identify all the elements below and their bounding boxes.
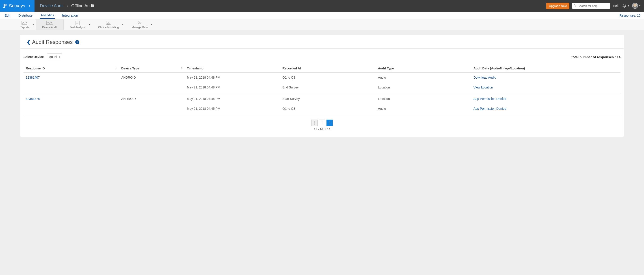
breadcrumb-last: Offline Audit bbox=[71, 3, 94, 8]
col-recorded-at: Recorded At bbox=[280, 64, 376, 72]
timestamp-cell: May 21, 2018 04:48 PM bbox=[185, 82, 280, 92]
bar-chart-icon bbox=[106, 21, 111, 25]
nav-analytics[interactable]: Analytics bbox=[40, 12, 55, 19]
chevron-right-icon: › bbox=[67, 3, 68, 8]
help-search-input[interactable] bbox=[572, 3, 610, 9]
recorded-at-cell: Q2 to Q3 bbox=[280, 72, 376, 83]
chevron-down-icon: ▼ bbox=[88, 24, 90, 26]
timestamp-cell: May 21, 2018 04:45 PM bbox=[185, 104, 280, 114]
table-row: May 21, 2018 04:48 PM End Survey Locatio… bbox=[24, 82, 620, 92]
device-type-cell: ANDROID bbox=[119, 72, 185, 83]
tab-reports[interactable]: Reports ▼ bbox=[14, 19, 36, 30]
select-device-label: Select Device bbox=[24, 55, 44, 59]
pagination: ❮ 1 2 11 - 14 of 14 bbox=[20, 115, 624, 137]
tab-text-analysis[interactable]: Text Analysis ▼ bbox=[64, 19, 92, 30]
nav-edit[interactable]: Edit bbox=[4, 12, 11, 18]
chevron-down-icon: ▼ bbox=[628, 5, 630, 7]
audit-data-link[interactable]: View Location bbox=[474, 85, 493, 89]
col-audit-data: Audit Data (Audio/Image/Location) bbox=[471, 64, 620, 72]
chevron-down-icon: ▼ bbox=[639, 5, 641, 7]
col-audit-type: Audit Type bbox=[376, 64, 471, 72]
tab-label: Reports bbox=[20, 26, 29, 29]
pagination-page[interactable]: 1 bbox=[319, 120, 325, 126]
tab-label: Choice Modelling bbox=[98, 26, 119, 29]
panel-header: ❮ Audit Responses ? bbox=[20, 35, 624, 49]
secondary-nav: Edit Distribute Analytics Integration Re… bbox=[0, 12, 644, 19]
svg-point-9 bbox=[138, 21, 141, 22]
pagination-range: 11 - 14 of 14 bbox=[314, 128, 330, 131]
sort-arrows-icon: ▲▼ bbox=[59, 55, 61, 58]
recorded-at-cell: Start Survey bbox=[280, 94, 376, 104]
page-title: Audit Responses bbox=[32, 39, 72, 45]
brand-logo-icon: P bbox=[3, 3, 7, 9]
table-row: May 21, 2018 04:45 PM Q1 to Q3 Audio App… bbox=[24, 104, 620, 114]
filter-row: Select Device quuqi ▲▼ Total number of r… bbox=[20, 49, 624, 63]
tab-label: Manage Data bbox=[132, 26, 148, 29]
main-panel: ❮ Audit Responses ? Select Device quuqi … bbox=[20, 35, 624, 137]
audit-type-cell: Location bbox=[376, 82, 471, 92]
svg-rect-7 bbox=[108, 22, 109, 25]
app-header: P Surveys ▼ Device Audit › Offline Audit… bbox=[0, 0, 644, 12]
back-button[interactable]: ❮ bbox=[27, 39, 31, 45]
timestamp-cell: May 21, 2018 04:45 PM bbox=[185, 94, 280, 104]
chevron-down-icon: ▼ bbox=[151, 24, 152, 26]
audit-type-cell: Location bbox=[376, 94, 471, 104]
svg-rect-8 bbox=[109, 23, 110, 25]
tab-choice-modelling[interactable]: Choice Modelling ▼ bbox=[92, 19, 125, 30]
table-row: 32381378 ANDROID May 21, 2018 04:45 PM S… bbox=[24, 94, 620, 104]
nav-distribute[interactable]: Distribute bbox=[18, 12, 34, 18]
audit-table: Response ID ▲▼ Device Type ▲▼ Timestamp … bbox=[24, 64, 620, 114]
chevron-down-icon: ▼ bbox=[122, 24, 124, 26]
chevron-down-icon: ▼ bbox=[32, 24, 34, 26]
tab-manage-data[interactable]: Manage Data ▼ bbox=[125, 19, 154, 30]
chart-line-icon bbox=[22, 21, 27, 25]
col-timestamp: Timestamp bbox=[185, 64, 280, 72]
col-response-id[interactable]: Response ID ▲▼ bbox=[24, 64, 119, 72]
user-menu[interactable]: ▼ bbox=[632, 3, 641, 9]
tool-tabs: Reports ▼ Device Audit Text Analysis ▼ C… bbox=[0, 19, 644, 30]
upgrade-button[interactable]: Upgrade Now bbox=[546, 3, 570, 9]
device-select[interactable]: quuqi ▲▼ bbox=[47, 53, 62, 60]
breadcrumb-first[interactable]: Device Audit bbox=[40, 3, 64, 8]
help-search bbox=[572, 3, 610, 9]
tab-label: Text Analysis bbox=[70, 26, 85, 29]
sort-icon: ▲▼ bbox=[115, 66, 117, 70]
brand-label: Surveys bbox=[9, 3, 25, 8]
audit-data-link[interactable]: App Permission Denied bbox=[474, 107, 506, 110]
breadcrumb: Device Audit › Offline Audit bbox=[34, 0, 94, 12]
table-row: 32381407 ANDROID May 21, 2018 04:48 PM Q… bbox=[24, 72, 620, 83]
audit-data-link[interactable]: Download Audio bbox=[474, 76, 496, 79]
recorded-at-cell: End Survey bbox=[280, 82, 376, 92]
audit-data-link[interactable]: App Permission Denied bbox=[474, 97, 506, 101]
pagination-prev[interactable]: ❮ bbox=[311, 120, 318, 126]
total-responses: Total number of responses : 14 bbox=[571, 55, 620, 59]
header-right-tools: Upgrade Now Help ▼ ▼ bbox=[546, 0, 644, 12]
search-icon bbox=[574, 4, 576, 7]
sort-icon: ▲▼ bbox=[181, 66, 182, 70]
chart-multi-line-icon bbox=[46, 21, 53, 25]
avatar bbox=[632, 3, 638, 9]
svg-point-0 bbox=[574, 4, 576, 6]
tab-device-audit[interactable]: Device Audit bbox=[36, 19, 64, 30]
chevron-down-icon: ▼ bbox=[28, 5, 30, 7]
timestamp-cell: May 21, 2018 04:48 PM bbox=[185, 72, 280, 83]
svg-rect-6 bbox=[107, 23, 108, 25]
nav-integration[interactable]: Integration bbox=[61, 12, 79, 18]
response-id-link[interactable]: 32381378 bbox=[26, 97, 40, 101]
pagination-page[interactable]: 2 bbox=[326, 120, 333, 126]
document-icon bbox=[76, 21, 80, 25]
help-icon[interactable]: ? bbox=[75, 40, 79, 44]
device-select-value: quuqi bbox=[49, 55, 57, 59]
device-type-cell: ANDROID bbox=[119, 94, 185, 104]
responses-count[interactable]: Responses: 10 bbox=[620, 14, 640, 17]
audit-type-cell: Audio bbox=[376, 104, 471, 114]
audit-type-cell: Audio bbox=[376, 72, 471, 83]
response-id-link[interactable]: 32381407 bbox=[26, 76, 40, 79]
svg-rect-2 bbox=[76, 21, 79, 25]
brand-switcher[interactable]: P Surveys ▼ bbox=[0, 0, 34, 12]
recorded-at-cell: Q1 to Q3 bbox=[280, 104, 376, 114]
notifications-button[interactable]: ▼ bbox=[622, 3, 630, 8]
help-link[interactable]: Help bbox=[613, 4, 619, 7]
col-device-type[interactable]: Device Type ▲▼ bbox=[119, 64, 185, 72]
tab-label: Device Audit bbox=[42, 26, 57, 29]
